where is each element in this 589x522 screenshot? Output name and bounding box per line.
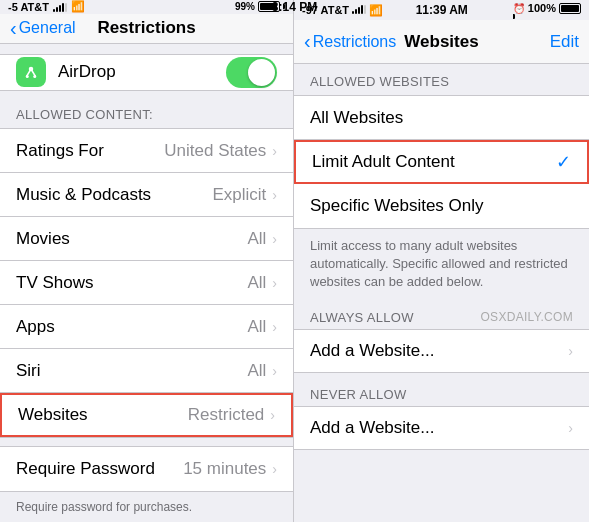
chevron-right-icon-4: › <box>272 275 277 291</box>
alarm-icon: ⏰ <box>513 3 525 14</box>
back-label-left: General <box>19 19 76 37</box>
movies-label: Movies <box>16 229 247 249</box>
add-always-label: Add a Website... <box>310 341 568 361</box>
battery-percent-left: 99% <box>235 1 255 12</box>
right-nav-bar: ‹ Restrictions Websites Edit <box>294 20 589 64</box>
chevron-right-icon-2: › <box>272 187 277 203</box>
apps-value: All <box>247 317 266 337</box>
right-nav-title: Websites <box>404 32 478 52</box>
limit-adult-description: Limit access to many adult websites auto… <box>294 229 589 304</box>
always-allow-header: ALWAYS ALLOW osxdaily.com <box>294 304 589 329</box>
never-allow-header: NEVER ALLOW <box>294 381 589 406</box>
apps-label: Apps <box>16 317 247 337</box>
chevron-right-icon-3: › <box>272 231 277 247</box>
right-signal-bars <box>352 4 366 14</box>
battery-icon-left <box>258 1 280 12</box>
chevron-right-icon-7: › <box>270 407 275 423</box>
music-podcasts-value: Explicit <box>212 185 266 205</box>
airdrop-svg <box>22 63 40 81</box>
allowed-content-header: ALLOWED CONTENT: <box>0 91 293 128</box>
back-button-right[interactable]: ‹ Restrictions <box>304 30 396 53</box>
airdrop-toggle[interactable] <box>226 57 277 88</box>
add-always-item[interactable]: Add a Website... › <box>294 329 589 373</box>
signal-bars <box>53 2 67 12</box>
websites-label: Websites <box>18 405 188 425</box>
chevron-right-icon-8: › <box>272 461 277 477</box>
never-allow-label: NEVER ALLOW <box>310 387 407 402</box>
tv-shows-item[interactable]: TV Shows All › <box>0 261 293 305</box>
limit-adult-label: Limit Adult Content <box>312 152 556 172</box>
airdrop-section: AirDrop <box>0 54 293 91</box>
right-status-bar: -97 AT&T 📶 11:39 AM ⏰ 100% <box>294 0 589 20</box>
right-time: 11:39 AM <box>416 3 468 17</box>
add-never-label: Add a Website... <box>310 418 568 438</box>
airdrop-icon <box>16 57 46 87</box>
specific-websites-label: Specific Websites Only <box>310 196 573 216</box>
specific-websites-item[interactable]: Specific Websites Only <box>294 184 589 228</box>
left-nav-title: Restrictions <box>97 18 195 38</box>
right-wifi-icon: 📶 <box>369 4 383 16</box>
ratings-for-value: United States <box>164 141 266 161</box>
require-password-note: Require password for purchases. <box>0 492 293 522</box>
require-password-item[interactable]: Require Password 15 minutes › <box>0 447 293 491</box>
right-battery-icon <box>559 3 581 14</box>
chevron-left-icon-right: ‹ <box>304 30 311 53</box>
left-carrier: -5 AT&T 📶 <box>8 0 85 13</box>
wifi-icon: 📶 <box>71 0 85 13</box>
allowed-websites-header: ALLOWED WEBSITES <box>294 64 589 95</box>
music-podcasts-label: Music & Podcasts <box>16 185 212 205</box>
chevron-add-never: › <box>568 420 573 436</box>
ratings-for-label: Ratings For <box>16 141 164 161</box>
all-websites-item[interactable]: All Websites <box>294 96 589 140</box>
website-options-list: All Websites Limit Adult Content ✓ Speci… <box>294 95 589 229</box>
left-status-bar: -5 AT&T 📶 3:14 PM 99% <box>0 0 293 14</box>
chevron-right-icon-5: › <box>272 319 277 335</box>
edit-button[interactable]: Edit <box>550 32 579 52</box>
svg-point-1 <box>26 75 29 78</box>
ratings-for-item[interactable]: Ratings For United States › <box>0 129 293 173</box>
chevron-left-icon: ‹ <box>10 17 17 40</box>
right-battery: ⏰ 100% <box>513 2 581 19</box>
svg-point-2 <box>33 75 36 78</box>
right-battery-tip <box>513 14 515 19</box>
chevron-add-always: › <box>568 343 573 359</box>
all-websites-label: All Websites <box>310 108 573 128</box>
tv-shows-value: All <box>247 273 266 293</box>
siri-label: Siri <box>16 361 247 381</box>
back-button-left[interactable]: ‹ General <box>10 17 76 40</box>
music-podcasts-item[interactable]: Music & Podcasts Explicit › <box>0 173 293 217</box>
chevron-right-icon-6: › <box>272 363 277 379</box>
add-never-item[interactable]: Add a Website... › <box>294 406 589 450</box>
watermark-text: osxdaily.com <box>480 310 573 324</box>
chevron-right-icon: › <box>272 143 277 159</box>
right-battery-percent: 100% <box>528 2 556 14</box>
battery-fill <box>260 3 277 10</box>
require-password-label: Require Password <box>16 459 183 479</box>
movies-value: All <box>247 229 266 249</box>
carrier-text: -5 AT&T <box>8 1 49 13</box>
airdrop-label: AirDrop <box>58 62 226 82</box>
require-password-value: 15 minutes <box>183 459 266 479</box>
tv-shows-label: TV Shows <box>16 273 247 293</box>
siri-item[interactable]: Siri All › <box>0 349 293 393</box>
checkmark-icon: ✓ <box>556 151 571 173</box>
left-battery: 99% <box>235 1 285 12</box>
content-list: Ratings For United States › Music & Podc… <box>0 128 293 438</box>
right-panel: -97 AT&T 📶 11:39 AM ⏰ 100% ‹ Restriction… <box>294 0 589 522</box>
siri-value: All <box>247 361 266 381</box>
back-label-right: Restrictions <box>313 33 397 51</box>
left-panel: -5 AT&T 📶 3:14 PM 99% ‹ General Restrict… <box>0 0 294 522</box>
always-allow-label: ALWAYS ALLOW <box>310 310 414 325</box>
limit-adult-content-item[interactable]: Limit Adult Content ✓ <box>294 140 589 184</box>
left-nav-bar: ‹ General Restrictions <box>0 14 293 44</box>
websites-value: Restricted <box>188 405 265 425</box>
right-battery-fill <box>561 5 579 12</box>
require-password-list: Require Password 15 minutes › <box>0 446 293 492</box>
apps-item[interactable]: Apps All › <box>0 305 293 349</box>
websites-item[interactable]: Websites Restricted › <box>0 393 293 437</box>
require-password-section: Require Password 15 minutes › Require pa… <box>0 446 293 522</box>
movies-item[interactable]: Movies All › <box>0 217 293 261</box>
